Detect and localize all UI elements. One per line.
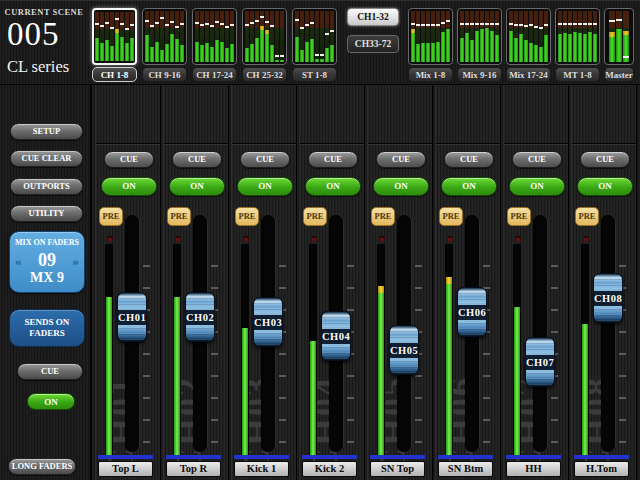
channel-name-ch02[interactable]: Top R (166, 461, 221, 477)
strip-divider (504, 143, 568, 144)
meter-bar-level (411, 33, 415, 62)
on-button-ch05[interactable]: ON (373, 177, 429, 196)
mix-on-faders-panel[interactable]: MIX ON FADERS « 09 » MX 9 (9, 231, 85, 293)
on-button-ch04[interactable]: ON (305, 177, 361, 196)
meter-bar-peak-hold (195, 22, 199, 24)
meter-bar-yellow-segment (411, 29, 415, 33)
meter-bar-peak-hold (230, 24, 234, 26)
fader-scale-tick (279, 375, 286, 377)
meter-block-mix-17-24[interactable]: Mix 17-24 (506, 8, 551, 82)
pre-indicator-ch05[interactable]: PRE (371, 207, 395, 226)
meter-bar-peak-hold (573, 23, 577, 25)
fader-scale-tick (279, 397, 286, 399)
on-button-ch08[interactable]: ON (577, 177, 633, 196)
meter-bar-level (280, 60, 284, 62)
fader-scale-tick (347, 397, 354, 399)
fader-knob-ch07[interactable]: CH07 (525, 337, 555, 387)
fader-knob-ch08[interactable]: CH08 (593, 273, 623, 323)
meter-bar (250, 11, 254, 62)
next-mix-arrow-icon[interactable]: » (73, 253, 80, 269)
cue-button-ch01[interactable]: CUE (104, 151, 154, 168)
meter-bar (165, 11, 169, 62)
pre-indicator-ch04[interactable]: PRE (303, 207, 327, 226)
pre-indicator-ch03[interactable]: PRE (235, 207, 259, 226)
fader-knob-ch06[interactable]: CH06 (457, 287, 487, 337)
fader-scale-tick (211, 287, 218, 289)
sidebar-on-button[interactable]: ON (27, 393, 75, 410)
on-button-ch07[interactable]: ON (509, 177, 565, 196)
on-button-ch01[interactable]: ON (101, 177, 157, 196)
fader-knob-ch04[interactable]: CH04 (321, 311, 351, 361)
meter-block-st-1-8[interactable]: ST 1-8 (292, 8, 337, 82)
meter-bar-peak-hold (460, 23, 464, 25)
meter-bar (305, 11, 309, 62)
meter-block-ch-25-32[interactable]: CH 25-32 (242, 8, 287, 82)
long-faders-button[interactable]: LONG FADERS (8, 458, 76, 475)
meter-block-label: Mix 1-8 (408, 67, 453, 82)
bank-button-ch33-72[interactable]: CH33-72 (347, 35, 399, 53)
on-button-ch02[interactable]: ON (169, 177, 225, 196)
fader-knob-ch02[interactable]: CH02 (185, 292, 215, 342)
sidebar-cue-button[interactable]: CUE (17, 363, 83, 380)
channel-strip-ch06: CUEONPRECH06CH06SN Btm (435, 85, 501, 480)
on-button-ch03[interactable]: ON (237, 177, 293, 196)
strip-divider (572, 143, 636, 144)
meter-bar (480, 11, 484, 62)
meter-block-ch-9-16[interactable]: CH 9-16 (142, 8, 187, 82)
meter-block-mt-1-8[interactable]: MT 1-8 (555, 8, 600, 82)
cue-button-ch02[interactable]: CUE (172, 151, 222, 168)
cue-clear-button[interactable]: CUE CLEAR (10, 150, 83, 167)
meter-bar-level (225, 48, 229, 62)
meter-bar-peak-hold (593, 23, 597, 25)
channel-name-ch07[interactable]: HH (506, 461, 561, 477)
pre-indicator-ch06[interactable]: PRE (439, 207, 463, 226)
fader-scale-tick (279, 441, 286, 443)
setup-button[interactable]: SETUP (10, 123, 83, 140)
meter-bar (200, 11, 204, 62)
cue-button-ch04[interactable]: CUE (308, 151, 358, 168)
meter-bar-level (175, 39, 179, 62)
channel-name-ch05[interactable]: SN Top (370, 461, 425, 477)
meter-block-master[interactable]: Master (604, 8, 634, 82)
channel-name-ch01[interactable]: Top L (98, 461, 153, 477)
outports-button[interactable]: OUTPORTS (10, 178, 83, 195)
meter-block-mix-9-16[interactable]: Mix 9-16 (457, 8, 502, 82)
fader-track-ch07[interactable] (533, 215, 547, 452)
meter-block-ch-1-8[interactable]: CH 1-8 (92, 8, 137, 82)
fader-scale-tick (415, 397, 422, 399)
sends-on-faders-button[interactable]: SENDS ON FADERS (9, 309, 85, 347)
channel-level-meter (309, 244, 317, 455)
meter-bar-level (210, 47, 214, 62)
meter-bar-peak-hold (115, 18, 119, 20)
meter-bar-yellow-segment (609, 32, 615, 36)
channel-name-ch03[interactable]: Kick 1 (234, 461, 289, 477)
utility-button[interactable]: UTILITY (10, 205, 83, 222)
fader-scale-tick (211, 265, 218, 267)
fader-knob-label: CH04 (322, 329, 350, 344)
pre-indicator-ch07[interactable]: PRE (507, 207, 531, 226)
scene-panel[interactable]: CURRENT SCENE 005 CL series (0, 0, 88, 85)
input-meter-blocks: CH 1-8CH 9-16CH 17-24CH 25-32ST 1-8 (92, 8, 337, 82)
channel-name-ch08[interactable]: H.Tom (574, 461, 629, 477)
cue-button-ch07[interactable]: CUE (512, 151, 562, 168)
meter-bar (130, 12, 134, 61)
cue-button-ch05[interactable]: CUE (376, 151, 426, 168)
fader-knob-ch03[interactable]: CH03 (253, 297, 283, 347)
fader-scale-tick (415, 419, 422, 421)
meter-block-mix-1-8[interactable]: Mix 1-8 (408, 8, 453, 82)
fader-knob-ch05[interactable]: CH05 (389, 325, 419, 375)
pre-indicator-ch01[interactable]: PRE (99, 207, 123, 226)
bank-button-ch1-32[interactable]: CH1-32 (347, 8, 399, 26)
pre-indicator-ch02[interactable]: PRE (167, 207, 191, 226)
cue-button-ch06[interactable]: CUE (444, 151, 494, 168)
channel-name-ch06[interactable]: SN Btm (438, 461, 493, 477)
pre-indicator-ch08[interactable]: PRE (575, 207, 599, 226)
fader-track-ch08[interactable] (601, 215, 615, 452)
cue-button-ch08[interactable]: CUE (580, 151, 630, 168)
meter-block-ch-17-24[interactable]: CH 17-24 (192, 8, 237, 82)
on-button-ch06[interactable]: ON (441, 177, 497, 196)
channel-name-ch04[interactable]: Kick 2 (302, 461, 357, 477)
fader-knob-ch01[interactable]: CH01 (117, 292, 147, 342)
cue-button-ch03[interactable]: CUE (240, 151, 290, 168)
meter-block-meters (604, 8, 634, 65)
